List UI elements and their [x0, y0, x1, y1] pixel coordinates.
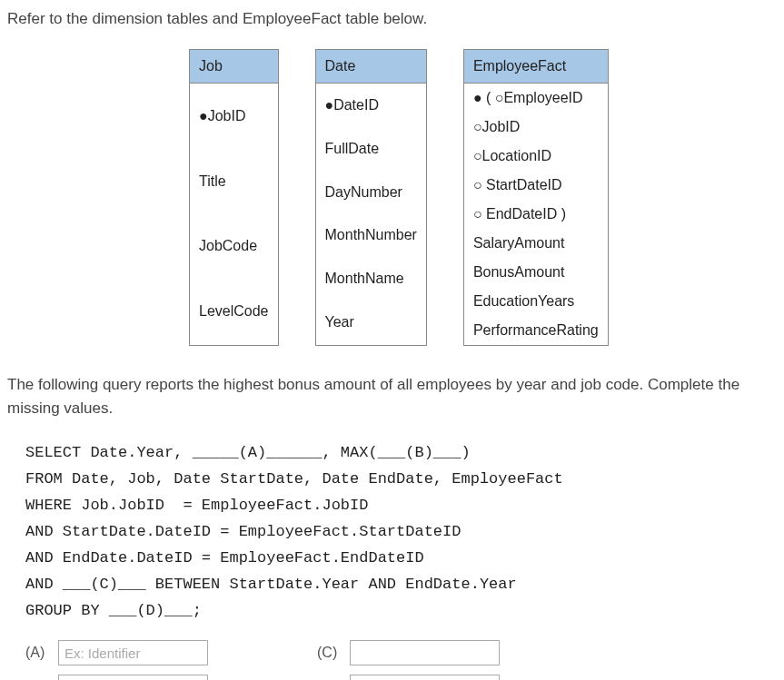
table-row: ○ StartDateID: [463, 171, 608, 200]
table-row: ●DateID: [315, 83, 426, 127]
table-row: LevelCode: [190, 279, 279, 345]
answer-a-cell: (A): [25, 640, 208, 665]
sql-query: SELECT Date.Year, _____(A)______, MAX(__…: [25, 440, 777, 624]
answer-d-cell: (D): [317, 675, 500, 680]
table-row: FullDate: [315, 127, 426, 171]
intro-text: Refer to the dimension tables and Employ…: [7, 7, 777, 31]
table-row: JobCode: [190, 213, 279, 279]
answer-c-label: (C): [317, 642, 342, 664]
table-row: ○LocationID: [463, 142, 608, 171]
query-description: The following query reports the highest …: [7, 373, 777, 421]
table-row: SalaryAmount: [463, 229, 608, 258]
answer-b-input[interactable]: [58, 675, 208, 680]
employeefact-table-header: EmployeeFact: [463, 49, 608, 83]
tables-container: Job ●JobID Title JobCode LevelCode Date …: [189, 49, 777, 346]
table-row: Title: [190, 149, 279, 214]
answer-c-cell: (C): [317, 640, 500, 665]
answer-a-label: (A): [25, 642, 51, 664]
table-row: ○JobID: [463, 113, 608, 142]
table-row: ●JobID: [190, 83, 279, 149]
job-table-header: Job: [190, 49, 279, 83]
date-table: Date ●DateID FullDate DayNumber MonthNum…: [315, 49, 427, 346]
answer-d-input[interactable]: [350, 675, 500, 680]
table-row: PerformanceRating: [463, 316, 608, 346]
table-row: MonthNumber: [315, 213, 426, 257]
table-row: Year: [315, 301, 426, 345]
table-row: MonthName: [315, 257, 426, 301]
answers-grid: (A) (C) (B) (D): [25, 640, 500, 680]
table-row: ● ( ○EmployeeID: [463, 83, 608, 113]
answer-d-label: (D): [317, 676, 342, 680]
employeefact-table: EmployeeFact ● ( ○EmployeeID ○JobID ○Loc…: [463, 49, 609, 346]
sql-line: AND EndDate.DateID = EmployeeFact.EndDat…: [25, 549, 424, 567]
answer-b-label: (B): [25, 676, 51, 680]
answer-c-input[interactable]: [350, 640, 500, 665]
table-row: ○ EndDateID ): [463, 200, 608, 229]
sql-line: WHERE Job.JobID = EmployeeFact.JobID: [25, 497, 368, 514]
table-row: EducationYears: [463, 287, 608, 316]
sql-line: AND ___(C)___ BETWEEN StartDate.Year AND…: [25, 576, 517, 593]
answer-a-input[interactable]: [58, 640, 208, 665]
sql-line: FROM Date, Job, Date StartDate, Date End…: [25, 470, 563, 488]
sql-line: SELECT Date.Year, _____(A)______, MAX(__…: [25, 444, 471, 461]
table-row: DayNumber: [315, 171, 426, 214]
table-row: BonusAmount: [463, 258, 608, 287]
job-table: Job ●JobID Title JobCode LevelCode: [189, 49, 279, 346]
sql-line: GROUP BY ___(D)___;: [25, 602, 202, 619]
date-table-header: Date: [315, 49, 426, 83]
sql-line: AND StartDate.DateID = EmployeeFact.Star…: [25, 523, 461, 540]
answer-b-cell: (B): [25, 675, 208, 680]
